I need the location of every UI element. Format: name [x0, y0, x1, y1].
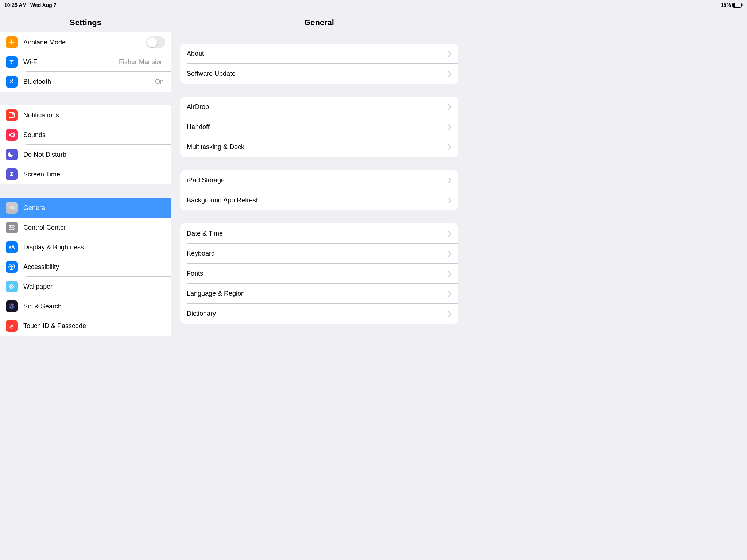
- sidebar-item-label: Touch ID & Passcode: [23, 322, 165, 330]
- status-bar: 10:25 AM Wed Aug 7 18%: [0, 1, 467, 9]
- gear-icon: [6, 202, 18, 214]
- sidebar-item-bluetooth[interactable]: BluetoothOn: [0, 72, 171, 92]
- general-item-fonts[interactable]: Fonts: [180, 264, 458, 284]
- sidebar-item-screentime[interactable]: Screen Time: [0, 164, 171, 184]
- sidebar-item-wallpaper[interactable]: Wallpaper: [0, 277, 171, 296]
- row-label: Language & Region: [187, 290, 448, 298]
- sidebar-item-label: Bluetooth: [23, 78, 155, 86]
- sidebar-item-label: Wallpaper: [23, 283, 165, 291]
- sidebar-item-display[interactable]: Display & Brightness: [0, 237, 171, 257]
- row-label: Multitasking & Dock: [187, 143, 448, 151]
- chevron-right-icon: [448, 198, 452, 203]
- sidebar-item-airplane[interactable]: Airplane Mode: [0, 32, 171, 52]
- sidebar-item-label: Screen Time: [23, 171, 165, 178]
- sidebar-item-label: Siri & Search: [23, 303, 165, 310]
- sidebar-item-accessibility[interactable]: Accessibility: [0, 257, 171, 277]
- sounds-icon: [6, 129, 18, 141]
- sidebar-item-label: General: [23, 204, 165, 212]
- general-item-about[interactable]: About: [180, 44, 458, 64]
- row-label: Date & Time: [187, 230, 448, 237]
- sidebar-item-dnd[interactable]: Do Not Disturb: [0, 145, 171, 164]
- sidebar-item-label: Accessibility: [23, 263, 165, 271]
- sidebar-item-label: Do Not Disturb: [23, 151, 165, 159]
- sidebar-item-label: Sounds: [23, 131, 165, 139]
- row-label: About: [187, 50, 448, 58]
- airplane-icon: [6, 36, 18, 48]
- general-item-keyboard[interactable]: Keyboard: [180, 244, 458, 264]
- sidebar-item-value: Fisher Mansion: [119, 58, 164, 66]
- general-item-handoff[interactable]: Handoff: [180, 117, 458, 137]
- sidebar-item-label: Wi-Fi: [23, 58, 119, 66]
- status-time: 10:25 AM: [4, 2, 27, 8]
- detail-pane: General AboutSoftware UpdateAirDropHando…: [171, 0, 467, 350]
- sidebar-item-sounds[interactable]: Sounds: [0, 125, 171, 145]
- general-item-multitasking-dock[interactable]: Multitasking & Dock: [180, 137, 458, 157]
- flower-icon: [6, 281, 18, 292]
- row-label: Dictionary: [187, 310, 448, 318]
- row-label: Handoff: [187, 123, 448, 131]
- row-label: Keyboard: [187, 250, 448, 257]
- row-label: AirDrop: [187, 103, 448, 111]
- bluetooth-icon: [6, 76, 18, 88]
- chevron-right-icon: [448, 178, 452, 183]
- sidebar-item-touchid[interactable]: Touch ID & Passcode: [0, 316, 171, 336]
- chevron-right-icon: [448, 271, 452, 277]
- row-label: iPad Storage: [187, 176, 448, 184]
- chevron-right-icon: [448, 251, 452, 257]
- general-item-background-app-refresh[interactable]: Background App Refresh: [180, 190, 458, 210]
- moon-icon: [6, 149, 18, 160]
- wifi-icon: [6, 56, 18, 68]
- chevron-right-icon: [448, 71, 452, 77]
- text-size-icon: [6, 241, 18, 253]
- accessibility-icon: [6, 261, 18, 273]
- general-item-ipad-storage[interactable]: iPad Storage: [180, 170, 458, 190]
- row-label: Background App Refresh: [187, 197, 448, 204]
- sidebar-item-control[interactable]: Control Center: [0, 218, 171, 237]
- chevron-right-icon: [448, 51, 452, 57]
- siri-icon: [6, 300, 18, 312]
- chevron-right-icon: [448, 144, 452, 150]
- airplane-toggle[interactable]: [146, 36, 165, 48]
- chevron-right-icon: [448, 231, 452, 237]
- general-item-language-region[interactable]: Language & Region: [180, 284, 458, 304]
- sidebar-item-label: Display & Brightness: [23, 244, 165, 251]
- fingerprint-icon: [6, 320, 18, 332]
- chevron-right-icon: [448, 104, 452, 110]
- sidebar-item-label: Notifications: [23, 112, 165, 119]
- row-label: Software Update: [187, 70, 448, 78]
- sidebar-item-notifications[interactable]: Notifications: [0, 105, 171, 125]
- sidebar-item-general[interactable]: General: [0, 198, 171, 218]
- sidebar-item-label: Airplane Mode: [23, 39, 146, 46]
- general-item-airdrop[interactable]: AirDrop: [180, 97, 458, 117]
- general-item-date-time[interactable]: Date & Time: [180, 223, 458, 244]
- settings-sidebar: Settings Airplane ModeWi-FiFisher Mansio…: [0, 0, 171, 350]
- chevron-right-icon: [448, 124, 452, 130]
- notifications-icon: [6, 109, 18, 121]
- general-item-software-update[interactable]: Software Update: [180, 64, 458, 84]
- sidebar-item-value: On: [155, 78, 164, 86]
- sidebar-item-wifi[interactable]: Wi-FiFisher Mansion: [0, 52, 171, 72]
- status-date: Wed Aug 7: [30, 2, 57, 8]
- switches-icon: [6, 222, 18, 233]
- chevron-right-icon: [448, 311, 452, 317]
- sidebar-item-siri[interactable]: Siri & Search: [0, 296, 171, 316]
- general-item-dictionary[interactable]: Dictionary: [180, 304, 458, 324]
- chevron-right-icon: [448, 291, 452, 297]
- row-label: Fonts: [187, 270, 448, 277]
- sidebar-item-label: Control Center: [23, 224, 165, 232]
- hourglass-icon: [6, 168, 18, 180]
